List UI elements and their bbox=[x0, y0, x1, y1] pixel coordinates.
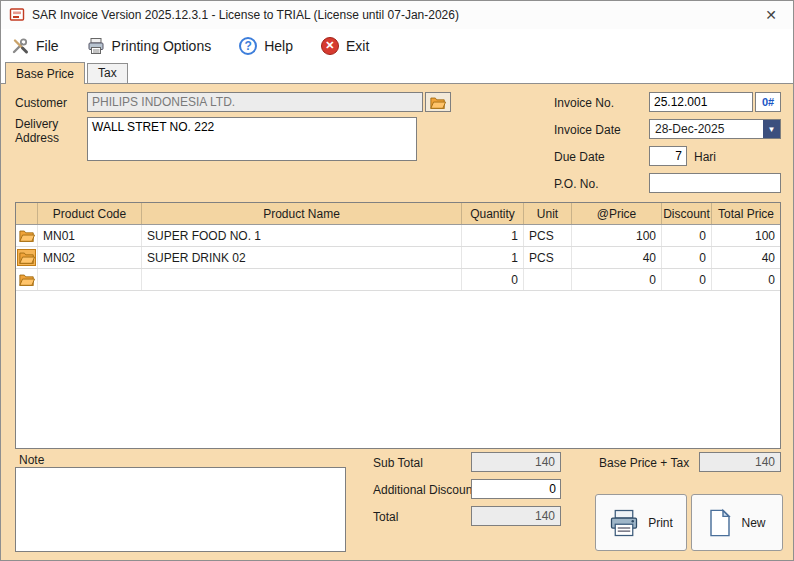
note-label: Note bbox=[19, 453, 44, 467]
invoice-date-value: 28-Dec-2025 bbox=[650, 122, 763, 136]
cell-product-name[interactable]: SUPER DRINK 02 bbox=[142, 247, 462, 268]
customer-field[interactable] bbox=[87, 92, 423, 112]
cell-discount[interactable]: 0 bbox=[662, 247, 712, 268]
app-icon bbox=[9, 7, 25, 23]
items-table-header: Product Code Product Name Quantity Unit … bbox=[16, 203, 780, 225]
help-icon: ? bbox=[239, 37, 257, 55]
row-lookup-cell bbox=[16, 247, 38, 268]
invoice-no-label: Invoice No. bbox=[554, 96, 614, 110]
table-row[interactable]: MN02 SUPER DRINK 02 1 PCS 40 0 40 bbox=[16, 247, 780, 269]
folder-icon bbox=[430, 96, 446, 109]
cell-unit[interactable]: PCS bbox=[524, 225, 572, 246]
cell-total-price[interactable]: 40 bbox=[712, 247, 780, 268]
total-field: 140 bbox=[471, 506, 561, 526]
po-no-field[interactable] bbox=[649, 173, 781, 193]
additional-discount-label: Additional Discount bbox=[373, 483, 476, 497]
sub-total-field: 140 bbox=[471, 452, 561, 472]
delivery-address-field[interactable]: WALL STRET NO. 222 bbox=[87, 117, 417, 161]
header-product-code: Product Code bbox=[38, 203, 142, 224]
invoice-no-format-button[interactable]: 0# bbox=[755, 92, 781, 112]
cell-price[interactable]: 40 bbox=[572, 247, 662, 268]
print-button-label: Print bbox=[648, 516, 673, 530]
print-button[interactable]: Print bbox=[595, 494, 687, 551]
header-quantity: Quantity bbox=[462, 203, 524, 224]
cell-price[interactable]: 0 bbox=[572, 269, 662, 290]
cell-total-price[interactable]: 0 bbox=[712, 269, 780, 290]
title-bar: SAR Invoice Version 2025.12.3.1 - Licens… bbox=[1, 1, 793, 29]
due-date-label: Due Date bbox=[554, 150, 605, 164]
toolbar: File Printing Options ? Help ✕ Exit bbox=[1, 29, 793, 62]
help-label: Help bbox=[264, 38, 293, 54]
due-date-unit-label: Hari bbox=[694, 150, 716, 164]
folder-icon[interactable] bbox=[17, 227, 36, 244]
printing-options-label: Printing Options bbox=[112, 38, 212, 54]
printer-icon bbox=[609, 509, 639, 537]
header-product-name: Product Name bbox=[142, 203, 462, 224]
exit-label: Exit bbox=[346, 38, 369, 54]
cell-quantity[interactable]: 1 bbox=[462, 247, 524, 268]
cell-unit[interactable]: PCS bbox=[524, 247, 572, 268]
table-row[interactable]: MN01 SUPER FOOD NO. 1 1 PCS 100 0 100 bbox=[16, 225, 780, 247]
cell-product-name[interactable]: SUPER FOOD NO. 1 bbox=[142, 225, 462, 246]
cell-product-code[interactable]: MN02 bbox=[38, 247, 142, 268]
cell-quantity[interactable]: 1 bbox=[462, 225, 524, 246]
tab-tax[interactable]: Tax bbox=[87, 63, 128, 83]
header-unit: Unit bbox=[524, 203, 572, 224]
cell-unit[interactable] bbox=[524, 269, 572, 290]
row-lookup-cell bbox=[16, 269, 38, 290]
new-button[interactable]: New bbox=[691, 494, 783, 551]
cell-quantity[interactable]: 0 bbox=[462, 269, 524, 290]
app-window: SAR Invoice Version 2025.12.3.1 - Licens… bbox=[0, 0, 794, 561]
delivery-address-label: Delivery Address bbox=[15, 117, 73, 145]
close-icon[interactable]: ✕ bbox=[757, 4, 785, 26]
folder-icon[interactable] bbox=[17, 249, 36, 266]
tools-icon bbox=[11, 37, 29, 55]
cell-discount[interactable]: 0 bbox=[662, 269, 712, 290]
tab-strip: Base Price Tax bbox=[1, 62, 793, 83]
folder-icon[interactable] bbox=[17, 271, 36, 288]
cell-product-name[interactable] bbox=[142, 269, 462, 290]
help-button[interactable]: ? Help bbox=[239, 37, 293, 55]
table-row[interactable]: 0 0 0 0 bbox=[16, 269, 780, 291]
cell-discount[interactable]: 0 bbox=[662, 225, 712, 246]
new-button-label: New bbox=[741, 516, 765, 530]
invoice-date-label: Invoice Date bbox=[554, 123, 621, 137]
customer-lookup-button[interactable] bbox=[425, 92, 451, 112]
items-table: Product Code Product Name Quantity Unit … bbox=[15, 202, 781, 449]
base-price-tax-field: 140 bbox=[699, 452, 781, 472]
customer-label: Customer bbox=[15, 96, 67, 110]
file-menu-label: File bbox=[36, 38, 59, 54]
new-document-icon bbox=[708, 508, 732, 538]
header-price: @Price bbox=[572, 203, 662, 224]
due-date-field[interactable] bbox=[649, 146, 687, 166]
invoice-date-combo[interactable]: 28-Dec-2025 ▼ bbox=[649, 119, 781, 139]
cell-price[interactable]: 100 bbox=[572, 225, 662, 246]
po-no-label: P.O. No. bbox=[554, 177, 598, 191]
chevron-down-icon[interactable]: ▼ bbox=[763, 120, 780, 138]
invoice-no-field[interactable] bbox=[649, 92, 753, 112]
exit-icon: ✕ bbox=[321, 37, 339, 55]
header-discount: Discount bbox=[662, 203, 712, 224]
header-icon-column bbox=[16, 203, 38, 224]
cell-product-code[interactable] bbox=[38, 269, 142, 290]
note-field[interactable] bbox=[15, 467, 346, 552]
base-price-tax-label: Base Price + Tax bbox=[599, 456, 689, 470]
row-lookup-cell bbox=[16, 225, 38, 246]
base-price-panel: Customer Delivery Address WALL STRET NO.… bbox=[1, 83, 793, 561]
total-label: Total bbox=[373, 510, 398, 524]
printer-icon bbox=[87, 37, 105, 55]
cell-product-code[interactable]: MN01 bbox=[38, 225, 142, 246]
additional-discount-field[interactable] bbox=[471, 479, 561, 499]
tab-base-price[interactable]: Base Price bbox=[5, 62, 85, 84]
printing-options-button[interactable]: Printing Options bbox=[87, 37, 212, 55]
sub-total-label: Sub Total bbox=[373, 456, 423, 470]
window-title: SAR Invoice Version 2025.12.3.1 - Licens… bbox=[32, 8, 459, 22]
header-total-price: Total Price bbox=[712, 203, 780, 224]
cell-total-price[interactable]: 100 bbox=[712, 225, 780, 246]
file-menu-button[interactable]: File bbox=[11, 37, 59, 55]
exit-button[interactable]: ✕ Exit bbox=[321, 37, 369, 55]
